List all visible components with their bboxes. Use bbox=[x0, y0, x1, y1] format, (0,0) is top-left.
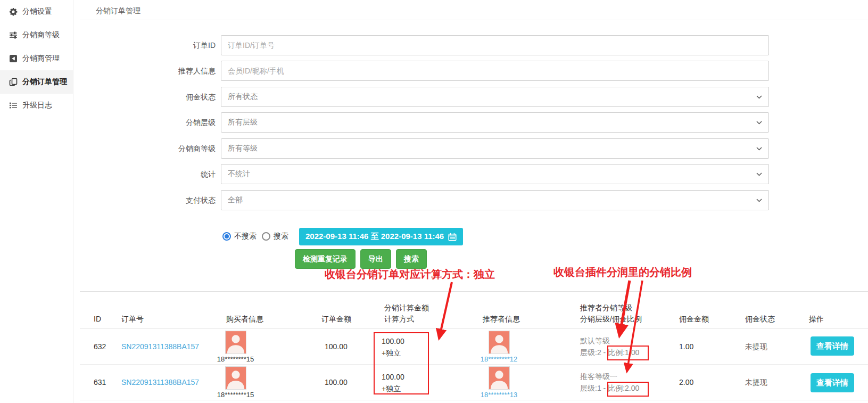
view-details-button[interactable]: 查看详情 bbox=[811, 336, 854, 356]
referrer-avatar bbox=[489, 366, 510, 390]
filter-row-distributor-level: 分销商等级 所有等级 bbox=[80, 138, 769, 159]
calc-amount: 100.00 bbox=[382, 335, 404, 347]
level-detail-prefix: 层级:2 - bbox=[580, 348, 608, 357]
sidebar-item-label: 分销商管理 bbox=[22, 54, 60, 63]
annotation-ratio: 收银台插件分润里的分销比例 bbox=[553, 265, 692, 279]
order-id-input[interactable] bbox=[221, 35, 769, 55]
filter-row-order-id: 订单ID bbox=[80, 35, 769, 55]
buyer-avatar bbox=[225, 331, 246, 354]
check-duplicates-button[interactable]: 检测重复记录 bbox=[295, 249, 356, 269]
commission-status: 未提现 bbox=[745, 342, 767, 352]
col-header-amount: 订单金额 bbox=[321, 314, 351, 325]
referrer-cell: 18********12 bbox=[474, 331, 524, 363]
col-header-buyer: 购买者信息 bbox=[226, 314, 263, 325]
col-header-order-no: 订单号 bbox=[121, 314, 144, 325]
statistics-label: 统计 bbox=[80, 164, 216, 184]
radio-unselected-icon bbox=[262, 232, 270, 241]
distribution-level-value: 所有层级 bbox=[228, 118, 258, 127]
referrer-avatar bbox=[489, 331, 510, 354]
chevron-down-icon bbox=[756, 172, 762, 176]
sidebar-item-upgrade-log[interactable]: 升级日志 bbox=[0, 94, 73, 117]
table-bottom-divider bbox=[80, 400, 868, 400]
distribution-level-select[interactable]: 所有层级 bbox=[221, 112, 769, 133]
buyer-phone: 18********15 bbox=[217, 355, 254, 363]
referrer-info-input[interactable] bbox=[221, 61, 769, 81]
buyer-cell: 18********15 bbox=[210, 366, 261, 399]
commission-status-label: 佣金状态 bbox=[80, 87, 216, 107]
calendar-icon bbox=[448, 233, 457, 241]
col-header-level: 推荐者分销等级 分销层级/佣金比例 bbox=[580, 302, 642, 325]
commission-amount: 1.00 bbox=[679, 342, 693, 351]
referrer-info-label: 推荐人信息 bbox=[80, 61, 216, 81]
search-label: 搜索 bbox=[274, 232, 288, 241]
commission-status-select[interactable]: 所有状态 bbox=[221, 87, 769, 107]
chevron-down-icon bbox=[756, 147, 762, 151]
buyer-avatar bbox=[225, 366, 246, 390]
no-search-radio[interactable]: 不搜索 bbox=[222, 226, 257, 246]
search-mode-row: 不搜索 搜索 2022-09-13 11:46 至 2022-09-13 11:… bbox=[80, 226, 769, 246]
order-no-link[interactable]: SN22091311388BA157 bbox=[121, 342, 199, 351]
gear-icon bbox=[9, 7, 18, 16]
distributor-level-value: 所有等级 bbox=[228, 144, 258, 153]
sidebar-item-distribution-settings[interactable]: 分销设置 bbox=[0, 0, 73, 23]
col-header-commission: 佣金金额 bbox=[679, 314, 709, 325]
table-header: ID 订单号 购买者信息 订单金额 分销计算金额 计算方式 推荐者信息 推荐者分… bbox=[80, 294, 868, 328]
table-top-divider bbox=[80, 291, 868, 292]
referrer-phone-link[interactable]: 18********13 bbox=[481, 391, 517, 399]
form-actions: 检测重复记录 导出 搜索 bbox=[295, 249, 427, 269]
level-detail-prefix: 层级:1 - bbox=[580, 384, 608, 392]
sidebar-item-label: 升级日志 bbox=[22, 101, 52, 110]
date-range-button[interactable]: 2022-09-13 11:46 至 2022-09-13 11:46 bbox=[299, 228, 463, 245]
buyer-cell: 18********15 bbox=[210, 331, 261, 363]
col-header-referrer: 推荐者信息 bbox=[483, 314, 520, 325]
commission-amount: 2.00 bbox=[679, 378, 693, 386]
chevron-down-icon bbox=[756, 199, 762, 202]
sidebar-item-distribution-orders[interactable]: 分销订单管理 bbox=[0, 70, 73, 94]
distribution-order-page: 分销设置 分销商等级 分销商管理 分销订单管理 升级日志 bbox=[0, 0, 868, 403]
payment-status-select[interactable]: 全部 bbox=[221, 190, 769, 210]
level-cell: 默认等级 层级:2 - 比例:1.00 bbox=[580, 335, 639, 358]
sidebar-item-distributor-management[interactable]: 分销商管理 bbox=[0, 47, 73, 70]
list-icon bbox=[9, 101, 18, 110]
referrer-cell: 18********13 bbox=[474, 366, 524, 399]
distributor-level-select[interactable]: 所有等级 bbox=[221, 138, 769, 159]
chevron-down-icon bbox=[756, 121, 762, 125]
distribution-level-label: 分销层级 bbox=[80, 112, 216, 133]
order-id: 632 bbox=[94, 342, 106, 351]
sidebar-item-label: 分销订单管理 bbox=[22, 77, 67, 87]
sidebar-item-distributor-levels[interactable]: 分销商等级 bbox=[0, 23, 73, 47]
radio-selected-icon bbox=[222, 232, 231, 241]
level-ratio: 比例:1.00 bbox=[608, 348, 639, 357]
table-row: 631 SN22091311388BA157 18********15 100.… bbox=[80, 364, 868, 400]
level-name: 默认等级 bbox=[580, 335, 639, 347]
calc-mode: +独立 bbox=[382, 383, 404, 394]
export-button[interactable]: 导出 bbox=[360, 249, 391, 269]
filter-row-statistics: 统计 不统计 bbox=[80, 164, 769, 184]
order-no-link[interactable]: SN22091311388BA157 bbox=[121, 378, 199, 386]
calc-mode: +独立 bbox=[382, 347, 404, 359]
sidebar: 分销设置 分销商等级 分销商管理 分销订单管理 升级日志 bbox=[0, 0, 73, 403]
calc-amount: 100.00 bbox=[382, 371, 404, 383]
table-row: 632 SN22091311388BA157 18********15 100.… bbox=[80, 328, 868, 364]
breadcrumb: 分销订单管理 bbox=[96, 6, 140, 16]
search-button[interactable]: 搜索 bbox=[396, 249, 427, 269]
annotation-calc-method: 收银台分销订单对应计算方式：独立 bbox=[325, 267, 495, 282]
col-header-id: ID bbox=[94, 314, 101, 325]
calc-cell: 100.00 +独立 bbox=[382, 335, 404, 359]
breadcrumb-divider bbox=[80, 20, 868, 20]
col-header-status: 佣金状态 bbox=[745, 314, 775, 325]
share-square-icon bbox=[9, 54, 18, 63]
order-id: 631 bbox=[94, 378, 106, 386]
main-content: 分销订单管理 订单ID 推荐人信息 佣金状态 所有状态 分销层级 所有层级 bbox=[80, 0, 868, 403]
search-radio[interactable]: 搜索 bbox=[262, 226, 288, 246]
view-details-button[interactable]: 查看详情 bbox=[811, 373, 854, 392]
referrer-phone-link[interactable]: 18********12 bbox=[481, 355, 517, 363]
filter-row-distribution-level: 分销层级 所有层级 bbox=[80, 112, 769, 133]
distributor-level-label: 分销商等级 bbox=[80, 138, 216, 159]
level-name: 推客等级一 bbox=[580, 371, 639, 382]
calc-cell: 100.00 +独立 bbox=[382, 371, 404, 394]
payment-status-label: 支付状态 bbox=[80, 190, 216, 210]
order-amount: 100.00 bbox=[325, 378, 348, 386]
statistics-value: 不统计 bbox=[228, 169, 250, 179]
statistics-select[interactable]: 不统计 bbox=[221, 164, 769, 184]
